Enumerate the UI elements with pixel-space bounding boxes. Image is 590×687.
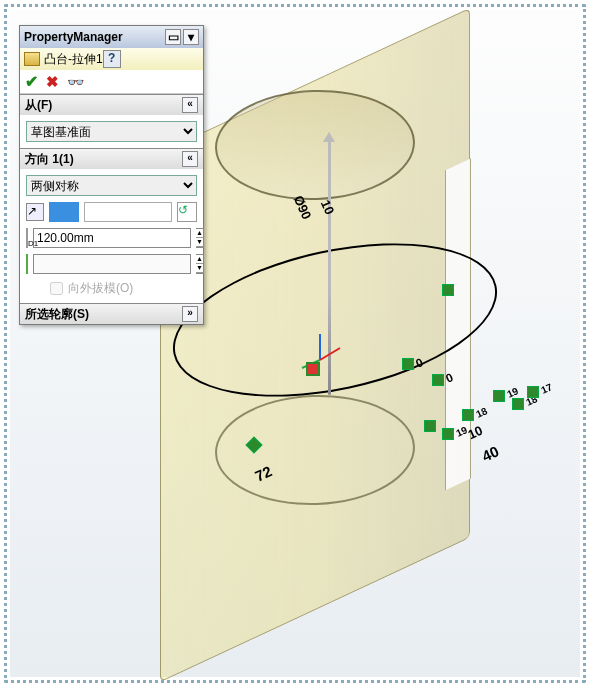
collapse-button[interactable]: « [182, 97, 198, 113]
detailed-preview-button[interactable]: 👓 [67, 74, 84, 90]
undo-button[interactable]: ↺ [177, 202, 197, 222]
sketch-relation-icon[interactable] [424, 420, 436, 432]
feature-header: 凸台-拉伸1 ? [20, 48, 203, 70]
from-header: 从(F) [25, 97, 52, 114]
sketch-relation-icon[interactable] [432, 374, 444, 386]
sketch-relation-icon[interactable] [512, 398, 524, 410]
end-condition-select[interactable]: 两侧对称 [26, 175, 197, 196]
sketch-relation-icon[interactable] [527, 386, 539, 398]
panel-nav-button[interactable]: ▭ [165, 29, 181, 45]
direction1-section: 方向 1(1) « 两侧对称 ↗ ↺ D1 ▲▼ ▲▼ [20, 148, 203, 303]
relation-tag: 18 [474, 405, 489, 420]
depth-input[interactable] [33, 228, 191, 248]
sketch-origin [306, 362, 320, 376]
direction-selection-box[interactable] [84, 202, 172, 222]
confirm-toolbar: ✔ ✖ 👓 [20, 70, 203, 94]
property-manager-panel: PropertyManager ▭ ▾ 凸台-拉伸1 ? ✔ ✖ 👓 从(F) … [19, 25, 204, 325]
reverse-direction-button[interactable]: ↗ [26, 203, 44, 221]
direction1-header: 方向 1(1) [25, 151, 74, 168]
collapse-button[interactable]: « [182, 151, 198, 167]
help-button[interactable]: ? [103, 50, 121, 68]
ok-button[interactable]: ✔ [25, 72, 38, 91]
from-section: 从(F) « 草图基准面 [20, 94, 203, 148]
panel-titlebar: PropertyManager ▭ ▾ [20, 26, 203, 48]
draft-outward-checkbox [50, 282, 63, 295]
cancel-button[interactable]: ✖ [46, 73, 59, 91]
depth-spinner[interactable]: ▲▼ [196, 228, 204, 248]
panel-menu-button[interactable]: ▾ [183, 29, 199, 45]
draft-icon[interactable] [26, 254, 28, 274]
dimension-40[interactable]: 40 [479, 442, 501, 464]
sketch-relation-icon[interactable] [493, 390, 505, 402]
sketch-relation-icon[interactable] [442, 428, 454, 440]
draft-outward-label: 向外拔模(O) [68, 280, 133, 297]
feature-name: 凸台-拉伸1 [44, 51, 103, 68]
depth-icon: D1 [26, 228, 28, 248]
selected-contours-section: 所选轮廓(S) » [20, 303, 203, 324]
draft-spinner: ▲▼ [196, 254, 204, 274]
selected-contours-header: 所选轮廓(S) [25, 306, 89, 323]
boss-extrude-icon [24, 52, 40, 66]
sketch-relation-icon[interactable] [402, 358, 414, 370]
sketch-relation-icon[interactable] [462, 409, 474, 421]
sketch-relation-icon[interactable] [442, 284, 454, 296]
direction-swatch [49, 202, 79, 222]
from-condition-select[interactable]: 草图基准面 [26, 121, 197, 142]
draft-angle-input [33, 254, 191, 274]
expand-button[interactable]: » [182, 306, 198, 322]
svg-line-1 [320, 348, 340, 360]
panel-title: PropertyManager [24, 30, 123, 44]
